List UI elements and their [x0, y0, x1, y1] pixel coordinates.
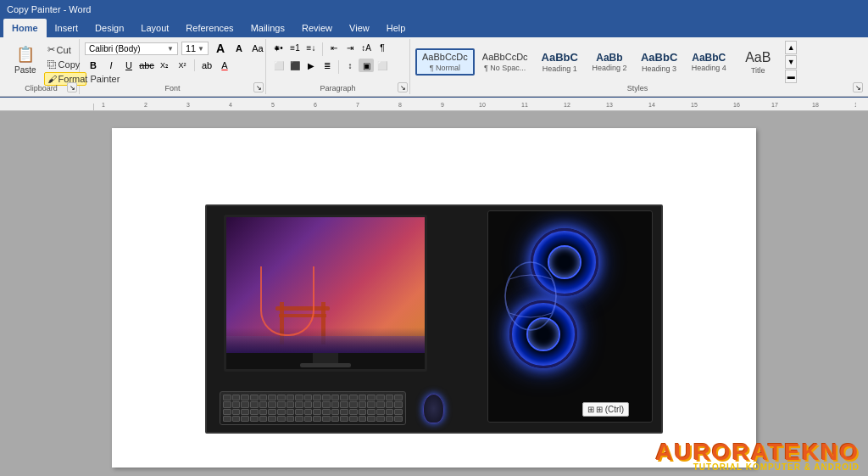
svg-text:16: 16	[733, 102, 740, 108]
styles-expand[interactable]: ↘	[853, 82, 863, 92]
align-center-button[interactable]: ⬛	[287, 59, 303, 72]
clipboard-group: 📋 Paste ✂ Cut ⿻ Copy	[3, 39, 80, 94]
svg-text:2: 2	[144, 102, 147, 108]
font-shrink-button[interactable]: A	[231, 41, 248, 56]
font-size-selector[interactable]: 11 ▼	[181, 42, 209, 55]
style-heading4-label: Heading 4	[692, 64, 726, 72]
ribbon-tab-bar: Home Insert Design Layout References Mai…	[0, 19, 868, 37]
show-marks-button[interactable]: ¶	[375, 41, 390, 54]
tab-help[interactable]: Help	[378, 19, 415, 37]
copy-icon: ⿻	[47, 59, 57, 70]
border-button[interactable]: ⬜	[375, 59, 390, 72]
align-right-button[interactable]: ▶	[303, 59, 319, 72]
cut-icon: ✂	[47, 44, 55, 55]
underline-button[interactable]: U	[120, 58, 137, 73]
svg-text:18: 18	[812, 102, 819, 108]
font-size-dropdown-icon: ▼	[198, 45, 204, 53]
font-name-selector[interactable]: Calibri (Body) ▼	[85, 42, 178, 55]
svg-text:9: 9	[441, 102, 444, 108]
style-heading2[interactable]: AaBb Heading 2	[586, 49, 633, 75]
tab-references[interactable]: References	[177, 19, 242, 37]
line-spacing-button[interactable]: ↕	[342, 59, 358, 72]
font-color-button[interactable]: A	[216, 58, 233, 73]
numbered-list-button[interactable]: ≡1	[287, 41, 303, 54]
styles-scroll-down[interactable]: ▼	[785, 55, 797, 69]
styles-scroll: ▲ ▼ ▬	[785, 41, 797, 83]
font-grow-button[interactable]: A	[212, 41, 229, 56]
format-painter-icon: 🖌	[47, 74, 57, 84]
bold-button[interactable]: B	[85, 58, 102, 73]
paste-button[interactable]: 📋 Paste	[8, 41, 42, 86]
style-heading1-preview: AaBbC	[542, 51, 578, 64]
style-heading1[interactable]: AaBbC Heading 1	[536, 48, 584, 76]
font-case-button[interactable]: Aa	[249, 41, 266, 56]
font-name-dropdown-icon: ▼	[167, 45, 174, 53]
svg-text:10: 10	[479, 102, 486, 108]
style-heading3[interactable]: AaBbC Heading 3	[635, 48, 683, 76]
style-normal-label: ¶ Normal	[430, 64, 460, 72]
svg-text:8: 8	[398, 102, 402, 108]
multilevel-list-button[interactable]: ≡↓	[303, 41, 319, 54]
watermark-container: AURORATEKNO TUTORIAL KOMPUTER & ANDROID	[647, 436, 868, 476]
tab-home[interactable]: Home	[3, 19, 47, 37]
ctrl-label: ⊞ (Ctrl)	[596, 405, 624, 414]
style-heading2-label: Heading 2	[592, 64, 626, 72]
shading-button[interactable]: ▣	[359, 59, 374, 72]
strikethrough-button[interactable]: abc	[138, 58, 155, 73]
ribbon: Home Insert Design Layout References Mai…	[0, 19, 868, 98]
font-group-label: Font	[80, 84, 265, 92]
paragraph-expand[interactable]: ↘	[398, 82, 408, 92]
sort-button[interactable]: ↕A	[359, 41, 374, 54]
clipboard-expand[interactable]: ↘	[67, 82, 77, 92]
mouse	[423, 394, 444, 423]
ruler: 1 2 3 4 5 6 7 8 9 10 11 12 13 14 15 16 1…	[0, 98, 868, 111]
ribbon-content: 📋 Paste ✂ Cut ⿻ Copy	[0, 37, 868, 97]
document-page[interactable]: ⊞ ⊞ (Ctrl)	[112, 128, 756, 468]
svg-text:15: 15	[691, 102, 698, 108]
style-heading4[interactable]: AaBbC Heading 4	[685, 49, 732, 75]
tab-layout[interactable]: Layout	[132, 19, 177, 37]
tab-insert[interactable]: Insert	[47, 19, 87, 37]
text-highlight-button[interactable]: ab	[198, 58, 215, 73]
pc-image	[205, 204, 663, 434]
svg-text:4: 4	[229, 102, 232, 108]
svg-text:17: 17	[771, 102, 778, 108]
tab-review[interactable]: Review	[293, 19, 341, 37]
style-title[interactable]: AaB Title	[734, 47, 782, 76]
style-heading2-preview: AaBb	[596, 52, 622, 64]
tab-mailings[interactable]: Mailings	[242, 19, 293, 37]
superscript-button[interactable]: X²	[174, 58, 191, 73]
styles-more[interactable]: ▬	[785, 70, 797, 83]
svg-text:6: 6	[314, 102, 317, 108]
title-bar: Copy Painter - Word	[0, 0, 868, 19]
svg-text:11: 11	[521, 102, 528, 108]
tab-view[interactable]: View	[341, 19, 378, 37]
style-normal[interactable]: AaBbCcDc ¶ Normal	[415, 48, 475, 75]
title-text: Copy Painter - Word	[7, 4, 91, 14]
style-no-spacing[interactable]: AaBbCcDc ¶ No Spac...	[476, 49, 534, 74]
svg-text:3: 3	[186, 102, 190, 108]
bullet-list-button[interactable]: ≡•	[271, 41, 287, 54]
italic-button[interactable]: I	[103, 58, 120, 73]
justify-button[interactable]: ≣	[320, 59, 335, 72]
style-heading3-label: Heading 3	[642, 64, 676, 73]
keyboard	[220, 391, 406, 425]
style-normal-preview: AaBbCcDc	[422, 52, 468, 63]
monitor	[224, 215, 427, 372]
svg-text:12: 12	[564, 102, 570, 108]
align-left-button[interactable]: ⬜	[271, 59, 287, 72]
paste-icon: 📋	[15, 44, 36, 64]
styles-scroll-up[interactable]: ▲	[785, 41, 797, 54]
decrease-indent-button[interactable]: ⇤	[326, 41, 342, 54]
style-heading4-preview: AaBbC	[692, 52, 726, 64]
svg-text:19: 19	[854, 102, 856, 108]
svg-text:13: 13	[606, 102, 613, 108]
svg-text:14: 14	[648, 102, 655, 108]
increase-indent-button[interactable]: ⇥	[342, 41, 358, 54]
paste-options-badge[interactable]: ⊞ ⊞ (Ctrl)	[582, 402, 629, 417]
font-group: Calibri (Body) ▼ 11 ▼ A A Aa ✦ B I	[80, 39, 266, 94]
subscript-button[interactable]: X₂	[156, 58, 173, 73]
font-expand[interactable]: ↘	[253, 82, 264, 92]
tab-design[interactable]: Design	[86, 19, 132, 37]
paste-label: Paste	[14, 65, 36, 75]
